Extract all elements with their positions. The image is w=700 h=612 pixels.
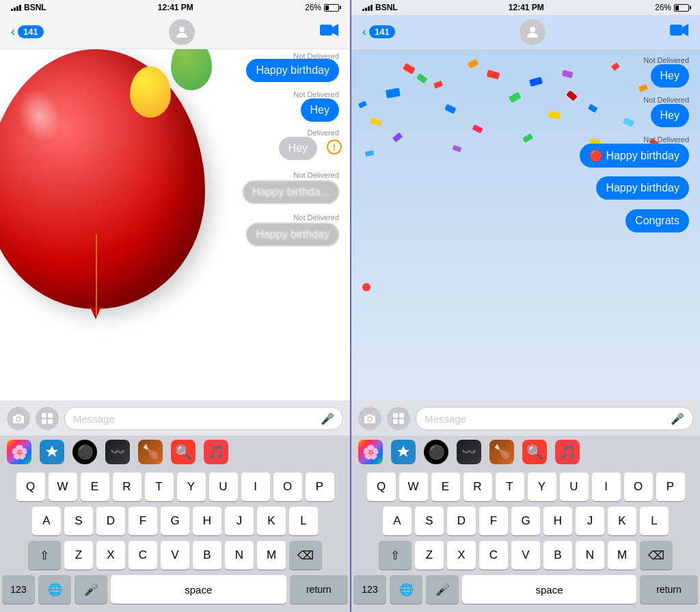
apps-btn-right[interactable] — [387, 407, 410, 430]
nav-back-left[interactable]: ‹ 141 — [11, 25, 44, 39]
search-icon-left[interactable]: 🔍 — [171, 440, 196, 464]
back-badge-left[interactable]: 141 — [18, 25, 44, 38]
key-d-right[interactable]: D — [447, 507, 476, 535]
key-w-left[interactable]: W — [49, 473, 77, 501]
camera-btn-right[interactable] — [358, 407, 381, 430]
music-icon-right[interactable]: 🎵 — [555, 440, 580, 464]
key-globe-right[interactable]: 🌐 — [390, 575, 422, 604]
key-g-left[interactable]: G — [161, 507, 189, 535]
message-input-left[interactable]: Message 🎤 — [64, 407, 343, 430]
food-icon-left[interactable]: 🍗 — [138, 440, 163, 464]
key-z-left[interactable]: Z — [64, 541, 93, 570]
voice-icon-left[interactable]: 〰️ — [105, 440, 130, 464]
key-num-right[interactable]: 123 — [353, 575, 386, 604]
key-n-right[interactable]: N — [576, 541, 604, 570]
key-v-right[interactable]: V — [511, 541, 540, 570]
key-num-left[interactable]: 123 — [2, 575, 35, 604]
nav-video-right[interactable] — [670, 23, 689, 41]
key-e-right[interactable]: E — [431, 473, 460, 501]
key-f-right[interactable]: F — [479, 507, 508, 535]
key-j-right[interactable]: J — [576, 507, 604, 535]
key-shift-right[interactable]: ⇧ — [379, 541, 412, 570]
key-j-left[interactable]: J — [225, 507, 254, 535]
key-h-left[interactable]: H — [193, 507, 221, 535]
key-l-left[interactable]: L — [289, 507, 318, 535]
music-icon-left[interactable]: 🎵 — [204, 440, 228, 464]
svg-point-8 — [530, 27, 535, 32]
key-i-left[interactable]: I — [241, 473, 270, 501]
key-y-right[interactable]: Y — [528, 473, 556, 501]
key-e-left[interactable]: E — [81, 473, 109, 501]
key-r-left[interactable]: R — [113, 473, 142, 501]
bubble-hb-blurred-2: Happy birthday — [246, 223, 339, 246]
input-bar-right: Message 🎤 — [351, 401, 700, 436]
key-space-right[interactable]: space — [462, 575, 636, 604]
key-u-left[interactable]: U — [209, 473, 238, 501]
key-u-right[interactable]: U — [560, 473, 589, 501]
key-z-right[interactable]: Z — [415, 541, 444, 570]
key-s-right[interactable]: S — [415, 507, 444, 535]
messages-area-right: Not Delivered Hey Not Delivered Hey Not … — [351, 49, 700, 401]
photos-icon-right[interactable]: 🌸 — [358, 440, 383, 464]
key-mic-left[interactable]: 🎤 — [75, 575, 107, 604]
key-d-left[interactable]: D — [96, 507, 125, 535]
back-chevron-right: ‹ — [362, 25, 366, 39]
key-space-left[interactable]: space — [111, 575, 286, 604]
key-p-left[interactable]: P — [306, 473, 334, 501]
key-delete-right[interactable]: ⌫ — [640, 541, 673, 570]
key-return-left[interactable]: return — [290, 575, 349, 604]
input-placeholder-left: Message — [73, 413, 115, 425]
key-c-left[interactable]: C — [129, 541, 157, 570]
key-return-right[interactable]: return — [640, 575, 698, 604]
search-icon-right[interactable]: 🔍 — [522, 440, 547, 464]
key-t-left[interactable]: T — [145, 473, 174, 501]
apps-btn-left[interactable] — [36, 407, 59, 430]
key-globe-left[interactable]: 🌐 — [38, 575, 71, 604]
key-o-left[interactable]: O — [273, 473, 302, 501]
key-m-left[interactable]: M — [257, 541, 286, 570]
key-c-right[interactable]: C — [479, 541, 508, 570]
key-o-right[interactable]: O — [624, 473, 653, 501]
key-k-right[interactable]: K — [608, 507, 636, 535]
key-a-left[interactable]: A — [32, 507, 61, 535]
key-l-right[interactable]: L — [640, 507, 669, 535]
key-f-left[interactable]: F — [129, 507, 157, 535]
key-shift-left[interactable]: ⇧ — [28, 541, 61, 570]
back-badge-right[interactable]: 141 — [369, 25, 395, 38]
camera-btn-left[interactable] — [7, 407, 30, 430]
key-p-right[interactable]: P — [656, 473, 685, 501]
nav-back-right[interactable]: ‹ 141 — [362, 25, 395, 39]
key-q-right[interactable]: Q — [367, 473, 396, 501]
food-icon-right[interactable]: 🍗 — [489, 440, 514, 464]
voice-icon-right[interactable]: 〰️ — [457, 440, 481, 464]
key-i-right[interactable]: I — [592, 473, 621, 501]
nav-center-right[interactable] — [520, 19, 546, 45]
key-x-left[interactable]: X — [96, 541, 125, 570]
appstore-icon-left[interactable] — [40, 440, 64, 464]
key-x-right[interactable]: X — [447, 541, 476, 570]
key-h-right[interactable]: H — [543, 507, 572, 535]
key-mic-right[interactable]: 🎤 — [426, 575, 459, 604]
key-b-right[interactable]: B — [543, 541, 572, 570]
key-delete-left[interactable]: ⌫ — [289, 541, 322, 570]
nav-center-left[interactable] — [169, 19, 195, 45]
key-g-right[interactable]: G — [511, 507, 540, 535]
key-a-right[interactable]: A — [383, 507, 412, 535]
key-t-right[interactable]: T — [496, 473, 524, 501]
key-w-right[interactable]: W — [399, 473, 428, 501]
nav-video-left[interactable] — [320, 23, 339, 41]
activity-icon-left[interactable]: ⚫ — [72, 440, 97, 464]
key-b-left[interactable]: B — [193, 541, 221, 570]
activity-icon-right[interactable]: ⚫ — [424, 440, 448, 464]
key-q-left[interactable]: Q — [16, 473, 45, 501]
key-n-left[interactable]: N — [225, 541, 254, 570]
photos-icon-left[interactable]: 🌸 — [7, 440, 31, 464]
key-r-right[interactable]: R — [463, 473, 492, 501]
key-s-left[interactable]: S — [64, 507, 93, 535]
message-input-right[interactable]: Message 🎤 — [416, 407, 693, 430]
key-m-right[interactable]: M — [608, 541, 636, 570]
appstore-icon-right[interactable] — [391, 440, 416, 464]
key-v-left[interactable]: V — [161, 541, 189, 570]
key-k-left[interactable]: K — [257, 507, 286, 535]
key-y-left[interactable]: Y — [177, 473, 206, 501]
